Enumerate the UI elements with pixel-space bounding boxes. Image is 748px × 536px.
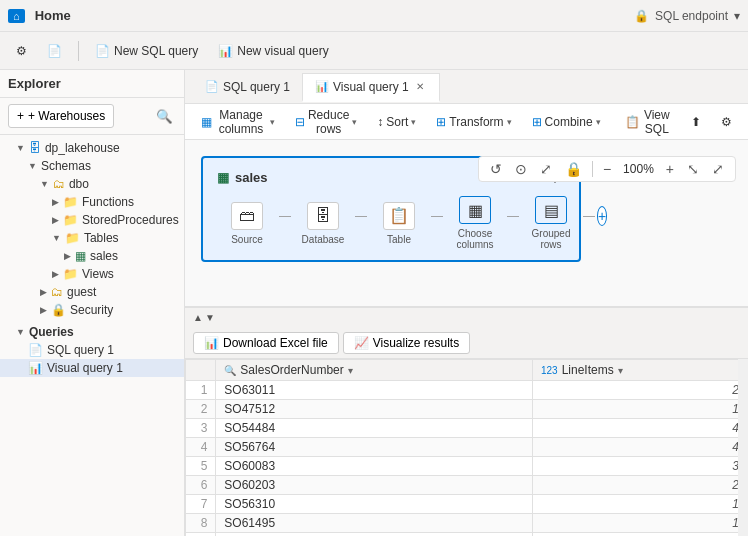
dropdown-arrow-icon: ▾ [596,117,601,127]
sidebar-item-sql-query-1[interactable]: 📄 SQL query 1 [0,341,184,359]
download-excel-label: Download Excel file [223,336,328,350]
table-step-icon: 📋 [383,202,415,230]
sidebar-item-schemas[interactable]: ▼ Schemas [0,157,184,175]
content-area: 📄 SQL query 1 📊 Visual query 1 ✕ ▦ Manag… [185,70,748,536]
combine-button[interactable]: ⊞ Combine ▾ [524,112,609,132]
filter-icon[interactable]: ▾ [618,365,623,376]
lock-button[interactable]: 🔒 [560,159,587,179]
tab-visual-query-1[interactable]: 📊 Visual query 1 ✕ [302,73,440,102]
query-canvas: ▦ sales ⤢ ⋮ 🗃 Source — 🗄 [185,140,748,306]
sidebar-item-tables[interactable]: ▼ 📁 Tables [0,229,184,247]
table-row: 1 SO63011 2 [186,381,748,400]
fullscreen-button[interactable]: ⤡ [682,159,704,179]
lineitems-cell: 4 [532,438,747,457]
table-row: 2 SO47512 1 [186,400,748,419]
scrollbar[interactable] [738,359,748,536]
sidebar-item-dbo[interactable]: ▼ 🗂 dbo [0,175,184,193]
query-settings-button[interactable]: ⚙ [713,112,740,132]
expand-button[interactable]: ⤢ [535,159,557,179]
tab-close-button[interactable]: ✕ [413,80,427,93]
tab-sql-query-1[interactable]: 📄 SQL query 1 [193,74,302,100]
visual-query-1-label: Visual query 1 [47,361,123,375]
scroll-up-button[interactable]: ▲ [193,312,203,323]
pipeline-step-table[interactable]: 📋 Table [369,202,429,245]
reduce-rows-button[interactable]: ⊟ Reduce rows ▾ [287,105,365,139]
table-row: 3 SO54484 4 [186,419,748,438]
query-tabs-bar: 📄 SQL query 1 📊 Visual query 1 ✕ [185,70,748,104]
transform-button[interactable]: ⊞ Transform ▾ [428,112,519,132]
undo-button[interactable]: ↺ [485,159,507,179]
table-icon: ▦ [75,249,86,263]
row-number: 3 [186,419,216,438]
salesordernumber-header[interactable]: 🔍 SalesOrderNumber ▾ [216,360,533,381]
sql-endpoint-chevron[interactable]: ▾ [734,9,740,23]
view-sql-label: View SQL [643,108,671,136]
canvas-settings-button[interactable]: ⤢ [707,159,729,179]
arrow-icon: — [507,209,519,237]
folder-icon: 📁 [65,231,80,245]
chevron-icon: ▶ [64,251,71,261]
pipeline: 🗃 Source — 🗄 Database — 📋 Table — [217,196,565,250]
top-bar: ⌂ Home 🔒 SQL endpoint ▾ [0,0,748,32]
sidebar-item-dp-lakehouse[interactable]: ▼ 🗄 dp_lakehouse [0,139,184,157]
zoom-level: 100% [619,162,658,176]
queries-label: Queries [29,325,74,339]
filter-icon[interactable]: ▾ [348,365,353,376]
zoom-out-button[interactable]: − [598,159,616,179]
manage-columns-button[interactable]: ▦ Manage columns ▾ [193,105,283,139]
fit-screen-button[interactable]: ⊙ [510,159,532,179]
results-toolbar: 📊 Download Excel file 📈 Visualize result… [185,327,748,359]
dropdown-arrow-icon: ▾ [411,117,416,127]
chevron-icon: ▼ [28,161,37,171]
sort-button[interactable]: ↕ Sort ▾ [369,112,424,132]
add-step-button[interactable]: + [597,206,607,226]
row-number: 8 [186,514,216,533]
table-row: 8 SO61495 1 [186,514,748,533]
sidebar-item-views[interactable]: ▶ 📁 Views [0,265,184,283]
security-icon: 🔒 [51,303,66,317]
sidebar-item-sales[interactable]: ▶ ▦ sales [0,247,184,265]
chart-icon: 📈 [354,336,369,350]
salesordernumber-cell: SO49617 [216,533,533,537]
scroll-down-button[interactable]: ▼ [205,312,215,323]
view-sql-button[interactable]: 📋 View SQL [617,105,679,139]
new-sql-query-button[interactable]: 📄 New SQL query [87,40,206,62]
row-number: 7 [186,495,216,514]
salesordernumber-cell: SO47512 [216,400,533,419]
dp-lakehouse-label: dp_lakehouse [45,141,120,155]
query-node-title: ▦ sales [217,170,268,185]
folder-icon: 📁 [63,195,78,209]
sales-label: sales [90,249,118,263]
sidebar-item-visual-query-1[interactable]: 📊 Visual query 1 [0,359,184,377]
toolbar-separator [78,41,79,61]
sidebar-search-button[interactable]: 🔍 [152,104,176,128]
download-excel-button[interactable]: 📊 Download Excel file [193,332,339,354]
sidebar-item-guest[interactable]: ▶ 🗂 guest [0,283,184,301]
add-warehouses-button[interactable]: + + Warehouses [8,104,114,128]
salesordernumber-cell: SO61495 [216,514,533,533]
choose-columns-step-label: Choose columns [445,228,505,250]
pipeline-step-source[interactable]: 🗃 Source [217,202,277,245]
new-visual-query-button[interactable]: 📊 New visual query [210,40,336,62]
pipeline-step-grouped-rows[interactable]: ▤ Grouped rows [521,196,581,250]
new-item-button[interactable]: 📄 [39,40,70,62]
sidebar-item-queries[interactable]: ▼ Queries [0,323,184,341]
sidebar-item-stored-procedures[interactable]: ▶ 📁 StoredProcedures [0,211,184,229]
zoom-in-button[interactable]: + [661,159,679,179]
pipeline-step-database[interactable]: 🗄 Database [293,202,353,245]
lineitems-header[interactable]: 123 LineItems ▾ [532,360,747,381]
choose-columns-step-icon: ▦ [459,196,491,224]
visual-tab-icon: 📊 [315,80,329,93]
settings-button[interactable]: ⚙ [8,40,35,62]
lineitems-cell: 1 [532,495,747,514]
export-button[interactable]: ⬆ [683,112,709,132]
salesordernumber-cell: SO56310 [216,495,533,514]
pipeline-step-choose-columns[interactable]: ▦ Choose columns [445,196,505,250]
results-table: 🔍 SalesOrderNumber ▾ 123 LineItems ▾ [185,359,748,536]
sidebar-item-security[interactable]: ▶ 🔒 Security [0,301,184,319]
sidebar: Explorer + + Warehouses 🔍 ▼ 🗄 dp_lakehou… [0,70,185,536]
sidebar-item-functions[interactable]: ▶ 📁 Functions [0,193,184,211]
visualize-results-button[interactable]: 📈 Visualize results [343,332,470,354]
sidebar-header: Explorer [0,70,184,98]
main-toolbar: ⚙ 📄 📄 New SQL query 📊 New visual query [0,32,748,70]
